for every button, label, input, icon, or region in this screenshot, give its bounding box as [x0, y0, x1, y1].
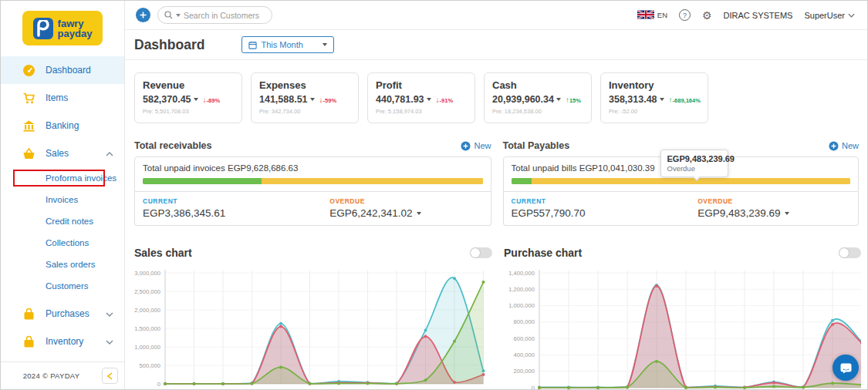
payables-progress-bar[interactable]	[512, 178, 851, 184]
overdue-caret-icon[interactable]	[785, 212, 789, 215]
chevron-down-icon	[106, 336, 113, 347]
chevron-up-icon	[106, 148, 113, 159]
brand-logo[interactable]: fawrypayday	[22, 11, 103, 45]
receivables-new-button[interactable]: New	[461, 141, 491, 151]
help-icon[interactable]: ?	[679, 9, 691, 21]
quick-add-button[interactable]	[136, 8, 150, 22]
sidebar-item-credit-notes[interactable]: Credit notes	[1, 210, 124, 232]
kpi-value: 582,370.45	[143, 94, 191, 105]
kpi-value-caret-icon[interactable]	[194, 98, 198, 101]
payables-tooltip: EGP9,483,239.69 Overdue	[660, 150, 728, 177]
kpi-delta: -59%	[323, 97, 337, 104]
overdue-bar-segment	[532, 178, 850, 184]
brand-logo-text: fawrypayday	[58, 18, 93, 39]
svg-text:0: 0	[532, 385, 535, 390]
kpi-title: Cash	[492, 79, 583, 91]
kpi-value-caret-icon[interactable]	[660, 98, 664, 101]
svg-text:400,000: 400,000	[514, 351, 535, 358]
current-label: CURRENT	[512, 197, 698, 205]
sidebar-item-purchases[interactable]: Purchases	[1, 300, 124, 328]
topbar: EN ? ⚙ DIRAC SYSTEMS SuperUser	[125, 1, 867, 30]
uk-flag-icon	[637, 10, 654, 21]
search-icon	[164, 8, 173, 22]
kpi-value-caret-icon[interactable]	[556, 98, 561, 101]
unpaid-invoices-label: Total unpaid invoices EGP9,628,686.63	[143, 163, 483, 173]
purchase-chart-toggle[interactable]	[839, 247, 861, 258]
user-name: SuperUser	[804, 11, 845, 20]
current-bar-segment	[143, 178, 262, 184]
sidebar-subitem-label: Collections	[46, 238, 89, 247]
sidebar-item-invoices[interactable]: Invoices	[1, 189, 124, 210]
kpi-title: Inventory	[609, 79, 700, 91]
purchase-chart-title: Purchase chart	[504, 247, 582, 259]
kpi-value-caret-icon[interactable]	[427, 98, 431, 101]
bank-icon	[22, 119, 35, 133]
kpi-previous-value: Pre: 342,734.00	[259, 108, 350, 115]
sidebar-item-collections[interactable]: Collections	[1, 232, 124, 254]
tooltip-label: Overdue	[667, 164, 721, 173]
bag-icon	[22, 308, 35, 321]
chevron-down-icon	[848, 13, 855, 18]
gear-icon[interactable]: ⚙	[702, 10, 712, 21]
overdue-value: EGP6,242,341.02	[329, 207, 412, 219]
sidebar-item-inventory[interactable]: Inventory	[1, 328, 124, 355]
plus-circle-icon	[461, 141, 471, 151]
sidebar-item-partial[interactable]	[1, 355, 124, 361]
sidebar-subitem-label: Credit notes	[46, 217, 93, 226]
copyright-text: 2024 © PAYDAY	[1, 372, 102, 380]
chat-widget-button[interactable]	[833, 355, 859, 381]
svg-text:1,000,000: 1,000,000	[508, 302, 535, 309]
language-selector[interactable]: EN	[637, 10, 667, 21]
sidebar-item-sales-orders[interactable]: Sales orders	[1, 254, 124, 275]
overdue-caret-icon[interactable]	[417, 212, 421, 215]
sidebar-item-banking[interactable]: Banking	[1, 112, 124, 140]
overdue-bar-segment	[262, 178, 482, 184]
search-scope-caret-icon[interactable]	[176, 14, 181, 17]
current-value: EGP3,386,345.61	[143, 207, 329, 219]
sales-chart-toggle[interactable]	[470, 247, 492, 258]
sidebar-item-dashboard[interactable]: Dashboard	[1, 56, 124, 84]
chevron-down-icon	[323, 43, 327, 46]
company-name[interactable]: DIRAC SYSTEMS	[724, 11, 793, 20]
kpi-delta: -91%	[440, 97, 454, 104]
receivables-progress-bar[interactable]	[143, 178, 483, 184]
cart-icon	[22, 92, 35, 105]
bag-icon	[22, 335, 35, 348]
unpaid-invoices-box: Total unpaid invoices EGP9,628,686.63	[134, 156, 491, 192]
sidebar-item-proforma-invoices[interactable]: Proforma invoices	[1, 167, 124, 189]
purchase-chart: 1,400,0001,200,0001,000,000800,000600,00…	[504, 266, 861, 390]
sidebar-item-label: Dashboard	[46, 65, 91, 76]
kpi-card-expenses: Expenses 141,588.51 ↓-59% Pre: 342,734.0…	[251, 72, 359, 123]
sales-chart-title: Sales chart	[134, 247, 192, 259]
title-bar: Dashboard This Month	[125, 30, 867, 60]
current-value: EGP557,790.70	[512, 207, 698, 219]
svg-text:2,500,000: 2,500,000	[134, 288, 160, 295]
sidebar-subitem-label: Proforma invoices	[46, 173, 117, 183]
period-dropdown[interactable]: This Month	[241, 36, 334, 53]
svg-text:0: 0	[157, 381, 160, 388]
sidebar-item-sales[interactable]: Sales	[1, 140, 124, 167]
search-box[interactable]	[157, 6, 272, 24]
search-input[interactable]	[184, 11, 265, 20]
kpi-value: 141,588.51	[259, 94, 308, 105]
user-menu[interactable]: SuperUser	[804, 11, 855, 20]
overdue-value: EGP9,483,239.69	[697, 207, 780, 219]
section-title: Total Payables	[503, 140, 570, 151]
sidebar-item-label: Inventory	[46, 336, 83, 347]
svg-text:200,000: 200,000	[514, 368, 535, 375]
sidebar-subitem-label: Sales orders	[46, 260, 96, 269]
sidebar-collapse-button[interactable]	[102, 368, 118, 384]
basket-icon	[22, 147, 35, 160]
overdue-label: OVERDUE	[329, 197, 482, 205]
payables-new-button[interactable]: New	[829, 141, 859, 151]
sidebar-item-customers[interactable]: Customers	[1, 275, 124, 297]
kpi-previous-value: Pre: 5,501,708.03	[143, 108, 234, 115]
new-label: New	[842, 141, 859, 150]
payables-summary-box: CURRENT EGP557,790.70 OVERDUE EGP9,483,2…	[503, 192, 860, 226]
sidebar-footer: 2024 © PAYDAY	[1, 361, 124, 389]
current-bar-segment	[512, 178, 532, 184]
kpi-delta: -689,164%	[673, 97, 701, 104]
kpi-value-caret-icon[interactable]	[310, 98, 315, 101]
sidebar-item-items[interactable]: Items	[1, 84, 124, 112]
page-title: Dashboard	[134, 37, 204, 53]
